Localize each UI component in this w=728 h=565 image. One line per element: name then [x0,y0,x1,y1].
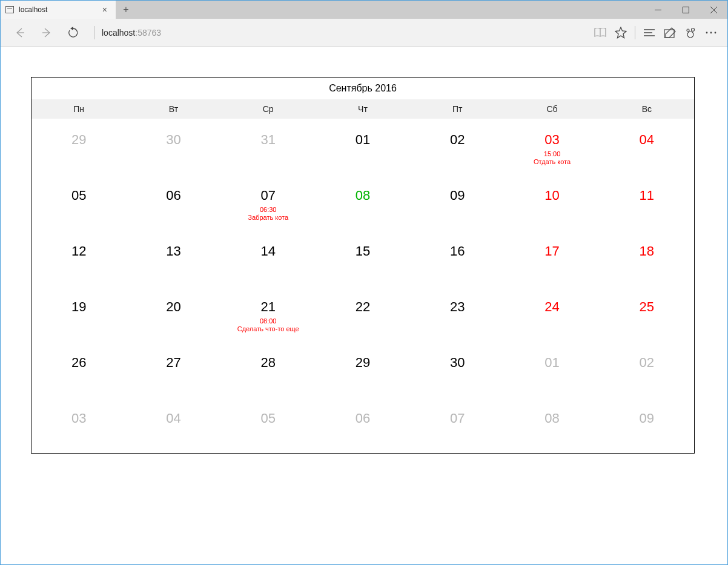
calendar-cell[interactable]: 10 [505,174,599,230]
day-number: 27 [126,355,220,371]
calendar-cell[interactable]: 08 [316,174,410,230]
browser-tab[interactable]: localhost × [1,1,116,19]
calendar-cell[interactable]: 2108:00Сделать что-то еще [221,286,316,342]
calendar-cell[interactable]: 01 [316,119,410,174]
day-number: 11 [600,188,694,203]
separator [94,26,94,39]
calendar-cell[interactable]: 18 [600,230,694,286]
calendar-cell[interactable]: 17 [505,230,599,286]
day-number: 09 [600,411,694,426]
close-icon [710,7,717,13]
calendar-cell[interactable]: 0706:30Забрать кота [221,174,316,230]
calendar-cell[interactable]: 02 [410,119,505,174]
weekday-header: Пт [410,99,505,119]
calendar-cell[interactable]: 05 [221,397,316,453]
window-close-button[interactable] [700,1,727,19]
calendar-cell[interactable]: 30 [126,119,220,174]
more-button[interactable] [701,23,721,42]
calendar-cell[interactable]: 25 [600,286,694,342]
calendar-cell[interactable]: 07 [410,397,505,453]
day-number: 17 [505,243,599,259]
event-time: 06:30 [221,206,316,214]
close-tab-button[interactable]: × [99,5,111,15]
weekday-header: Чт [316,99,410,119]
day-number: 04 [126,411,220,426]
calendar-cell[interactable]: 19 [31,286,126,342]
calendar-cell[interactable]: 04 [600,119,694,174]
calendar-cell[interactable]: 29 [31,119,126,174]
day-number: 23 [410,299,505,315]
arrow-left-icon [14,27,26,39]
day-number: 14 [221,243,316,259]
calendar-cell[interactable]: 15 [316,230,410,286]
calendar-cell[interactable]: 26 [31,342,126,397]
calendar-cell[interactable]: 09 [410,174,505,230]
calendar-cell[interactable]: 14 [221,230,316,286]
day-number: 07 [221,188,316,203]
hub-button[interactable] [639,23,660,42]
weekday-header: Сб [505,99,599,119]
calendar-cell[interactable]: 20 [126,286,220,342]
day-number: 22 [316,299,410,315]
day-number: 03 [31,411,126,426]
arrow-right-icon [41,27,53,39]
calendar-cell[interactable]: 0315:00Отдать кота [505,119,599,174]
calendar-cell[interactable]: 04 [126,397,220,453]
calendar-cell[interactable]: 01 [505,342,599,397]
day-number: 20 [126,299,220,315]
calendar-cell[interactable]: 05 [31,174,126,230]
calendar-cell[interactable]: 11 [600,174,694,230]
day-number: 29 [316,355,410,371]
day-number: 25 [600,299,694,315]
new-tab-button[interactable]: + [116,1,136,19]
calendar-row: 26272829300102 [31,342,694,397]
address-bar[interactable]: localhost:58763 [102,28,161,38]
share-button[interactable] [680,23,701,42]
calendar-cell[interactable]: 24 [505,286,599,342]
calendar-cell[interactable]: 31 [221,119,316,174]
calendar-cell[interactable]: 06 [316,397,410,453]
calendar-event[interactable]: 08:00Сделать что-то еще [221,317,316,333]
favorites-button[interactable] [611,23,631,42]
window-minimize-button[interactable] [644,1,672,19]
calendar-row: 29303101020315:00Отдать кота04 [31,119,694,174]
calendar-row: 03040506070809 [31,397,694,453]
calendar-cell[interactable]: 29 [316,342,410,397]
calendar-cell[interactable]: 06 [126,174,220,230]
forward-button[interactable] [37,23,56,42]
window-controls [644,1,727,19]
day-number: 07 [410,411,505,426]
svg-point-12 [687,29,689,31]
calendar-cell[interactable]: 22 [316,286,410,342]
calendar-cell[interactable]: 28 [221,342,316,397]
refresh-button[interactable] [64,23,83,42]
calendar-cell[interactable]: 16 [410,230,505,286]
browser-toolbar: localhost:58763 [1,19,727,47]
calendar-cell[interactable]: 12 [31,230,126,286]
event-text: Забрать кота [221,214,316,222]
calendar-event[interactable]: 06:30Забрать кота [221,206,316,222]
back-button[interactable] [10,23,30,42]
calendar-event[interactable]: 15:00Отдать кота [505,150,599,166]
svg-point-10 [687,31,693,38]
reading-view-button[interactable] [590,23,611,42]
refresh-icon [67,27,79,39]
event-time: 15:00 [505,150,599,158]
calendar-cell[interactable]: 08 [505,397,599,453]
calendar-cell[interactable]: 09 [600,397,694,453]
calendar-cell[interactable]: 13 [126,230,220,286]
calendar-cell[interactable]: 23 [410,286,505,342]
day-number: 30 [410,355,505,371]
calendar-cell[interactable]: 03 [31,397,126,453]
day-number: 26 [31,355,126,371]
window-maximize-button[interactable] [672,1,700,19]
svg-point-13 [706,31,708,33]
calendar-cell[interactable]: 30 [410,342,505,397]
note-icon [664,27,676,38]
calendar-cell[interactable]: 27 [126,342,220,397]
share-icon [684,27,697,39]
calendar-cell[interactable]: 02 [600,342,694,397]
web-note-button[interactable] [660,23,680,42]
svg-point-15 [715,31,716,33]
day-number: 09 [410,188,505,203]
